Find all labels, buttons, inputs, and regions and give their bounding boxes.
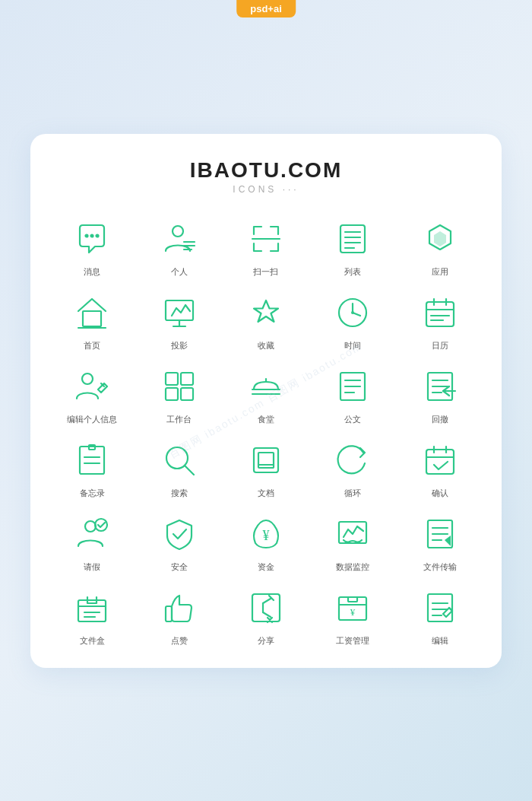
icon-fund-label: 资金: [258, 561, 274, 573]
svg-line-51: [185, 466, 194, 475]
icon-loop: 循环: [309, 437, 396, 499]
icon-message: 消息: [49, 216, 135, 278]
icon-file: 文档: [223, 437, 309, 499]
icon-time: 时间: [309, 290, 396, 351]
svg-point-59: [85, 521, 96, 532]
icon-canteen-label: 食堂: [258, 414, 274, 425]
icon-file-box-label: 文件盒: [80, 635, 105, 647]
icon-edit: 编辑: [397, 585, 483, 647]
card-header: IBAOTU.COM ICONS ···: [49, 158, 483, 195]
icon-projection-label: 投影: [171, 340, 188, 351]
icon-file-box: 文件盒: [49, 585, 135, 647]
icon-file-label: 文档: [258, 488, 274, 499]
icon-app-label: 应用: [432, 266, 448, 278]
icon-fund: ¥ 资金: [223, 511, 309, 573]
svg-rect-79: [348, 597, 357, 602]
main-card: 百图网 ibaotu.com 百图网 ibaotu.com IBAOTU.COM…: [30, 134, 502, 668]
icon-workbench: 工作台: [135, 364, 222, 425]
svg-rect-55: [426, 450, 454, 474]
icon-salary-label: 工资管理: [336, 635, 369, 647]
svg-point-3: [173, 226, 183, 237]
icon-loop-label: 循环: [344, 488, 361, 499]
icon-home-label: 首页: [84, 340, 100, 351]
icon-like-label: 点赞: [171, 635, 188, 647]
svg-point-60: [95, 519, 107, 531]
icon-confirm: 确认: [397, 437, 483, 499]
svg-point-0: [86, 234, 88, 237]
svg-rect-13: [83, 311, 101, 326]
icon-like: 点赞: [135, 585, 222, 647]
icon-file-transfer: 文件传输: [397, 511, 483, 573]
icon-data-monitor-label: 数据监控: [336, 561, 369, 573]
svg-rect-46: [80, 447, 104, 474]
icon-edit-label: 编辑: [432, 635, 448, 647]
icon-share: 分享: [223, 585, 309, 647]
format-badge: psd+ai: [236, 0, 296, 17]
icon-app: 应用: [397, 216, 483, 278]
svg-rect-22: [426, 302, 454, 326]
icon-time-label: 时间: [344, 340, 361, 351]
icon-edit-profile-label: 编辑个人信息: [67, 414, 117, 425]
site-title: IBAOTU.COM: [49, 158, 483, 183]
icon-security-label: 安全: [171, 561, 188, 573]
svg-rect-32: [166, 388, 178, 400]
icon-security: 安全: [135, 511, 222, 573]
icon-leave: 请假: [49, 511, 135, 573]
icon-scan: 扫一扫: [223, 216, 309, 278]
svg-rect-73: [166, 606, 172, 621]
icon-message-label: 消息: [84, 266, 100, 278]
svg-rect-33: [181, 388, 193, 400]
icon-undo-label: 回撤: [432, 414, 448, 425]
site-subtitle: ICONS ···: [49, 184, 483, 195]
icon-calendar-label: 日历: [432, 340, 448, 351]
icon-workbench-label: 工作台: [166, 414, 192, 425]
icon-favorite: 收藏: [223, 290, 309, 351]
icon-person-label: 个人: [171, 266, 188, 278]
svg-point-21: [351, 311, 354, 314]
icon-undo: 回撤: [397, 364, 483, 425]
icon-memo-label: 备忘录: [80, 488, 105, 499]
svg-text:¥: ¥: [262, 528, 269, 543]
svg-rect-70: [87, 600, 97, 603]
icon-file-transfer-label: 文件传输: [423, 561, 457, 573]
svg-rect-31: [181, 373, 193, 385]
icon-leave-label: 请假: [84, 561, 100, 573]
icon-calendar: 日历: [397, 290, 483, 351]
icon-salary: ¥ 工资管理: [309, 585, 396, 647]
svg-rect-74: [252, 594, 280, 621]
icon-memo: 备忘录: [49, 437, 135, 499]
icon-edit-profile: 编辑个人信息: [49, 364, 135, 425]
icon-document: 公文: [309, 364, 396, 425]
icon-scan-label: 扫一扫: [253, 266, 278, 278]
svg-text:¥: ¥: [350, 606, 356, 618]
svg-rect-52: [254, 448, 278, 472]
icon-favorite-label: 收藏: [258, 340, 274, 351]
svg-point-1: [91, 234, 93, 237]
icon-canteen: 食堂: [223, 364, 309, 425]
icon-confirm-label: 确认: [432, 488, 448, 499]
icon-search: 搜索: [135, 437, 222, 499]
svg-point-2: [97, 234, 99, 237]
icon-list: 列表: [309, 216, 396, 278]
icon-list-label: 列表: [344, 266, 361, 278]
icon-home: 首页: [49, 290, 135, 351]
icon-search-label: 搜索: [171, 488, 188, 499]
icon-data-monitor: 数据监控: [309, 511, 396, 573]
icon-document-label: 公文: [344, 414, 361, 425]
icon-person: 个人: [135, 216, 222, 278]
svg-rect-30: [166, 373, 178, 385]
icon-projection: 投影: [135, 290, 222, 351]
icon-share-label: 分享: [258, 635, 274, 647]
svg-point-28: [82, 373, 93, 384]
icons-grid: 消息 个人 扫一扫 列表: [49, 216, 483, 647]
